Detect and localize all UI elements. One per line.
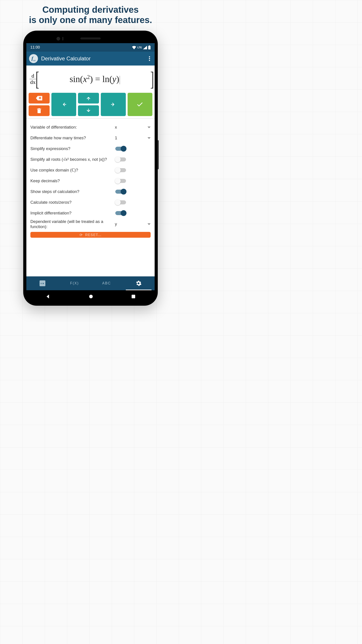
svg-point-2: [149, 56, 150, 58]
settings-label: Simplify expressions?: [30, 146, 115, 151]
svg-rect-7: [38, 108, 40, 109]
chevron-down-icon: [147, 126, 151, 128]
signal-icon: [143, 46, 147, 50]
right-bracket: ]: [150, 70, 154, 88]
chevron-down-icon: [147, 224, 151, 225]
bottom-nav: ÷× F(X) ABC: [26, 276, 155, 290]
settings-row: Dependent variable (will be treated as a…: [30, 218, 151, 230]
confirm-key[interactable]: [128, 93, 152, 116]
settings-row: Variable of differentiation:x: [30, 122, 151, 132]
dropdown-value: x: [115, 125, 117, 130]
backspace-key[interactable]: [28, 93, 50, 104]
settings-row: Use complex domain (ℂ)?: [30, 165, 151, 176]
cursor-left-key[interactable]: [51, 93, 76, 116]
svg-point-3: [149, 58, 150, 59]
clear-key[interactable]: [28, 105, 50, 116]
settings-label: Variable of differentiation:: [30, 124, 115, 130]
status-time: 11:00: [30, 45, 40, 50]
android-back-button[interactable]: [45, 294, 50, 299]
phone-screen: 11:00 LTE f(x) Derivative Calculator: [26, 43, 155, 290]
settings-toggle[interactable]: [115, 190, 126, 194]
android-home-button[interactable]: [89, 294, 93, 299]
settings-row: Differentiate how many times?1: [30, 132, 151, 143]
svg-point-4: [149, 60, 150, 61]
settings-toggle[interactable]: [115, 158, 126, 162]
app-title: Derivative Calculator: [41, 56, 90, 62]
cursor-right-key[interactable]: [101, 93, 126, 116]
formula-input-area[interactable]: d dx [ sin(x2) = ln(y) ]: [26, 66, 155, 93]
battery-icon: [148, 46, 151, 50]
svg-rect-1: [149, 46, 150, 46]
settings-dropdown[interactable]: 1: [115, 136, 151, 140]
chevron-down-icon: [147, 137, 151, 139]
overflow-menu-button[interactable]: [147, 54, 152, 63]
settings-row: Keep decimals?: [30, 176, 151, 186]
phone-frame: 11:00 LTE f(x) Derivative Calculator: [23, 31, 158, 306]
gear-icon: [136, 280, 141, 286]
settings-dropdown[interactable]: y: [115, 222, 151, 226]
settings-label: Calculate roots/zeros?: [30, 200, 115, 205]
nav-keypad-tab[interactable]: ÷×: [26, 276, 58, 290]
settings-label: Simplify all roots (√x² becomes x, not |…: [30, 157, 115, 162]
settings-toggle[interactable]: [115, 168, 126, 172]
svg-rect-0: [148, 46, 151, 50]
settings-label: Keep decimals?: [30, 178, 115, 183]
earpiece-speaker: [80, 38, 100, 39]
ddx-operator: d dx: [29, 73, 36, 85]
settings-label: Show steps of calculation?: [30, 189, 115, 194]
cursor-up-key[interactable]: [78, 93, 99, 104]
phone-side-button: [157, 140, 159, 169]
settings-toggle[interactable]: [115, 147, 126, 151]
nav-abc-tab[interactable]: ABC: [90, 276, 123, 290]
settings-panel: Variable of differentiation:xDifferentia…: [26, 119, 155, 276]
settings-label: Dependent variable (will be treated as a…: [30, 219, 115, 229]
status-bar: 11:00 LTE: [26, 43, 155, 52]
dropdown-value: 1: [115, 136, 117, 140]
app-bar: f(x) Derivative Calculator: [26, 52, 155, 66]
settings-row: Simplify expressions?: [30, 143, 151, 154]
settings-toggle[interactable]: [115, 200, 126, 204]
android-recent-button[interactable]: [131, 294, 135, 298]
settings-toggle[interactable]: [115, 179, 126, 183]
nav-keypad: [26, 93, 155, 119]
reset-button[interactable]: ⟳ RESET...: [30, 232, 151, 238]
nav-fx-tab[interactable]: F(X): [58, 276, 91, 290]
formula-expression[interactable]: sin(x2) = ln(y): [38, 74, 151, 84]
network-label: LTE: [137, 46, 142, 49]
settings-row: Show steps of calculation?: [30, 186, 151, 197]
sensor-slot: [62, 37, 63, 40]
front-camera: [56, 37, 60, 40]
settings-label: Implicit differentiation?: [30, 210, 115, 216]
settings-row: Calculate roots/zeros?: [30, 197, 151, 208]
dropdown-value: y: [115, 222, 117, 226]
settings-dropdown[interactable]: x: [115, 125, 151, 130]
wifi-icon: [132, 46, 136, 50]
phone-top-bezel: [26, 34, 155, 43]
settings-label: Use complex domain (ℂ)?: [30, 168, 115, 173]
promo-headline: Computing derivatives is only one of man…: [29, 4, 152, 25]
cursor-down-key[interactable]: [78, 105, 99, 116]
nav-settings-tab[interactable]: [123, 276, 155, 290]
settings-toggle[interactable]: [115, 211, 126, 215]
android-nav-bar: [26, 290, 155, 302]
svg-rect-5: [37, 110, 41, 113]
svg-text:÷×: ÷×: [40, 282, 44, 285]
settings-row: Simplify all roots (√x² becomes x, not |…: [30, 154, 151, 165]
svg-rect-11: [132, 295, 135, 298]
settings-label: Differentiate how many times?: [30, 135, 115, 140]
app-icon: f(x): [29, 54, 38, 63]
settings-row: Implicit differentiation?: [30, 208, 151, 218]
svg-point-10: [89, 295, 93, 298]
